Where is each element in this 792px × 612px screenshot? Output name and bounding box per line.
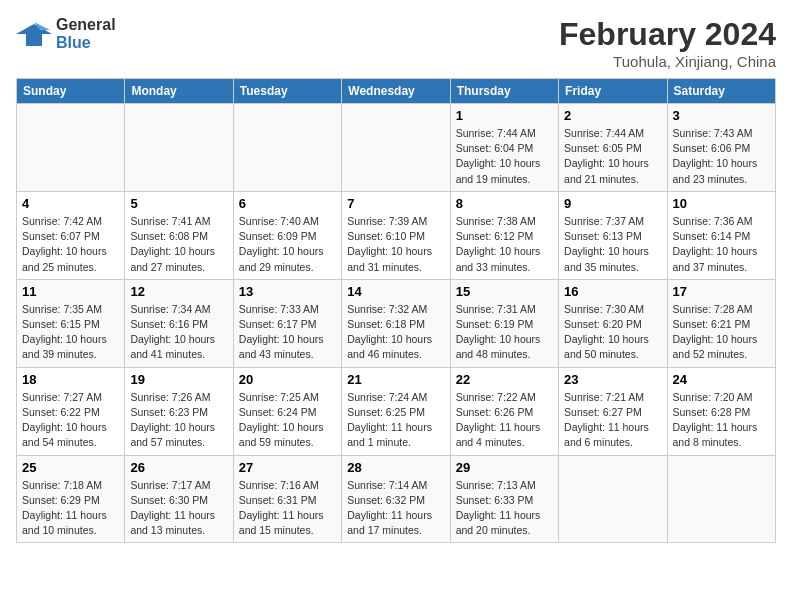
column-header-wednesday: Wednesday — [342, 79, 450, 104]
svg-marker-0 — [16, 24, 52, 46]
day-number: 18 — [22, 372, 119, 387]
day-info: Sunrise: 7:30 AM Sunset: 6:20 PM Dayligh… — [564, 302, 661, 363]
calendar-cell: 13Sunrise: 7:33 AM Sunset: 6:17 PM Dayli… — [233, 279, 341, 367]
day-number: 19 — [130, 372, 227, 387]
column-header-monday: Monday — [125, 79, 233, 104]
day-info: Sunrise: 7:28 AM Sunset: 6:21 PM Dayligh… — [673, 302, 770, 363]
day-info: Sunrise: 7:24 AM Sunset: 6:25 PM Dayligh… — [347, 390, 444, 451]
day-info: Sunrise: 7:18 AM Sunset: 6:29 PM Dayligh… — [22, 478, 119, 539]
calendar-cell: 4Sunrise: 7:42 AM Sunset: 6:07 PM Daylig… — [17, 191, 125, 279]
calendar-cell: 12Sunrise: 7:34 AM Sunset: 6:16 PM Dayli… — [125, 279, 233, 367]
day-info: Sunrise: 7:44 AM Sunset: 6:05 PM Dayligh… — [564, 126, 661, 187]
calendar-cell: 14Sunrise: 7:32 AM Sunset: 6:18 PM Dayli… — [342, 279, 450, 367]
calendar-cell — [125, 104, 233, 192]
day-info: Sunrise: 7:26 AM Sunset: 6:23 PM Dayligh… — [130, 390, 227, 451]
day-info: Sunrise: 7:42 AM Sunset: 6:07 PM Dayligh… — [22, 214, 119, 275]
logo: General Blue — [16, 16, 116, 52]
calendar-week-row: 25Sunrise: 7:18 AM Sunset: 6:29 PM Dayli… — [17, 455, 776, 543]
day-number: 15 — [456, 284, 553, 299]
day-info: Sunrise: 7:44 AM Sunset: 6:04 PM Dayligh… — [456, 126, 553, 187]
day-number: 5 — [130, 196, 227, 211]
day-info: Sunrise: 7:31 AM Sunset: 6:19 PM Dayligh… — [456, 302, 553, 363]
calendar-cell: 24Sunrise: 7:20 AM Sunset: 6:28 PM Dayli… — [667, 367, 775, 455]
calendar-cell: 2Sunrise: 7:44 AM Sunset: 6:05 PM Daylig… — [559, 104, 667, 192]
column-header-friday: Friday — [559, 79, 667, 104]
column-header-saturday: Saturday — [667, 79, 775, 104]
day-info: Sunrise: 7:25 AM Sunset: 6:24 PM Dayligh… — [239, 390, 336, 451]
calendar-cell: 20Sunrise: 7:25 AM Sunset: 6:24 PM Dayli… — [233, 367, 341, 455]
calendar-cell: 11Sunrise: 7:35 AM Sunset: 6:15 PM Dayli… — [17, 279, 125, 367]
calendar-cell: 28Sunrise: 7:14 AM Sunset: 6:32 PM Dayli… — [342, 455, 450, 543]
column-header-thursday: Thursday — [450, 79, 558, 104]
day-info: Sunrise: 7:41 AM Sunset: 6:08 PM Dayligh… — [130, 214, 227, 275]
calendar-week-row: 11Sunrise: 7:35 AM Sunset: 6:15 PM Dayli… — [17, 279, 776, 367]
calendar-cell: 18Sunrise: 7:27 AM Sunset: 6:22 PM Dayli… — [17, 367, 125, 455]
day-info: Sunrise: 7:16 AM Sunset: 6:31 PM Dayligh… — [239, 478, 336, 539]
calendar-week-row: 18Sunrise: 7:27 AM Sunset: 6:22 PM Dayli… — [17, 367, 776, 455]
day-info: Sunrise: 7:40 AM Sunset: 6:09 PM Dayligh… — [239, 214, 336, 275]
day-info: Sunrise: 7:27 AM Sunset: 6:22 PM Dayligh… — [22, 390, 119, 451]
calendar-cell: 25Sunrise: 7:18 AM Sunset: 6:29 PM Dayli… — [17, 455, 125, 543]
day-number: 3 — [673, 108, 770, 123]
logo-text: General Blue — [56, 16, 116, 52]
calendar-week-row: 1Sunrise: 7:44 AM Sunset: 6:04 PM Daylig… — [17, 104, 776, 192]
day-info: Sunrise: 7:37 AM Sunset: 6:13 PM Dayligh… — [564, 214, 661, 275]
day-number: 21 — [347, 372, 444, 387]
calendar-cell: 15Sunrise: 7:31 AM Sunset: 6:19 PM Dayli… — [450, 279, 558, 367]
day-info: Sunrise: 7:13 AM Sunset: 6:33 PM Dayligh… — [456, 478, 553, 539]
day-number: 1 — [456, 108, 553, 123]
calendar-cell: 22Sunrise: 7:22 AM Sunset: 6:26 PM Dayli… — [450, 367, 558, 455]
calendar-cell — [342, 104, 450, 192]
calendar-cell — [667, 455, 775, 543]
day-number: 23 — [564, 372, 661, 387]
column-header-tuesday: Tuesday — [233, 79, 341, 104]
calendar-cell: 10Sunrise: 7:36 AM Sunset: 6:14 PM Dayli… — [667, 191, 775, 279]
day-number: 7 — [347, 196, 444, 211]
day-number: 29 — [456, 460, 553, 475]
day-info: Sunrise: 7:33 AM Sunset: 6:17 PM Dayligh… — [239, 302, 336, 363]
calendar-cell: 27Sunrise: 7:16 AM Sunset: 6:31 PM Dayli… — [233, 455, 341, 543]
calendar-table: SundayMondayTuesdayWednesdayThursdayFrid… — [16, 78, 776, 543]
day-info: Sunrise: 7:38 AM Sunset: 6:12 PM Dayligh… — [456, 214, 553, 275]
day-number: 16 — [564, 284, 661, 299]
day-number: 2 — [564, 108, 661, 123]
day-number: 6 — [239, 196, 336, 211]
day-number: 10 — [673, 196, 770, 211]
calendar-cell: 6Sunrise: 7:40 AM Sunset: 6:09 PM Daylig… — [233, 191, 341, 279]
title-area: February 2024 Tuohula, Xinjiang, China — [559, 16, 776, 70]
day-info: Sunrise: 7:20 AM Sunset: 6:28 PM Dayligh… — [673, 390, 770, 451]
calendar-cell — [17, 104, 125, 192]
day-number: 25 — [22, 460, 119, 475]
calendar-cell: 29Sunrise: 7:13 AM Sunset: 6:33 PM Dayli… — [450, 455, 558, 543]
calendar-cell: 23Sunrise: 7:21 AM Sunset: 6:27 PM Dayli… — [559, 367, 667, 455]
calendar-cell: 5Sunrise: 7:41 AM Sunset: 6:08 PM Daylig… — [125, 191, 233, 279]
day-info: Sunrise: 7:17 AM Sunset: 6:30 PM Dayligh… — [130, 478, 227, 539]
day-info: Sunrise: 7:39 AM Sunset: 6:10 PM Dayligh… — [347, 214, 444, 275]
day-number: 20 — [239, 372, 336, 387]
calendar-cell — [559, 455, 667, 543]
calendar-cell: 3Sunrise: 7:43 AM Sunset: 6:06 PM Daylig… — [667, 104, 775, 192]
day-info: Sunrise: 7:35 AM Sunset: 6:15 PM Dayligh… — [22, 302, 119, 363]
day-number: 9 — [564, 196, 661, 211]
header: General Blue February 2024 Tuohula, Xinj… — [16, 16, 776, 70]
day-number: 22 — [456, 372, 553, 387]
day-info: Sunrise: 7:21 AM Sunset: 6:27 PM Dayligh… — [564, 390, 661, 451]
calendar-cell: 1Sunrise: 7:44 AM Sunset: 6:04 PM Daylig… — [450, 104, 558, 192]
day-number: 11 — [22, 284, 119, 299]
day-number: 17 — [673, 284, 770, 299]
calendar-cell: 26Sunrise: 7:17 AM Sunset: 6:30 PM Dayli… — [125, 455, 233, 543]
day-number: 24 — [673, 372, 770, 387]
calendar-cell: 19Sunrise: 7:26 AM Sunset: 6:23 PM Dayli… — [125, 367, 233, 455]
calendar-cell: 21Sunrise: 7:24 AM Sunset: 6:25 PM Dayli… — [342, 367, 450, 455]
calendar-cell — [233, 104, 341, 192]
calendar-cell: 16Sunrise: 7:30 AM Sunset: 6:20 PM Dayli… — [559, 279, 667, 367]
column-header-sunday: Sunday — [17, 79, 125, 104]
calendar-cell: 17Sunrise: 7:28 AM Sunset: 6:21 PM Dayli… — [667, 279, 775, 367]
calendar-cell: 7Sunrise: 7:39 AM Sunset: 6:10 PM Daylig… — [342, 191, 450, 279]
calendar-week-row: 4Sunrise: 7:42 AM Sunset: 6:07 PM Daylig… — [17, 191, 776, 279]
calendar-title: February 2024 — [559, 16, 776, 53]
day-number: 12 — [130, 284, 227, 299]
calendar-cell: 9Sunrise: 7:37 AM Sunset: 6:13 PM Daylig… — [559, 191, 667, 279]
calendar-cell: 8Sunrise: 7:38 AM Sunset: 6:12 PM Daylig… — [450, 191, 558, 279]
day-info: Sunrise: 7:32 AM Sunset: 6:18 PM Dayligh… — [347, 302, 444, 363]
